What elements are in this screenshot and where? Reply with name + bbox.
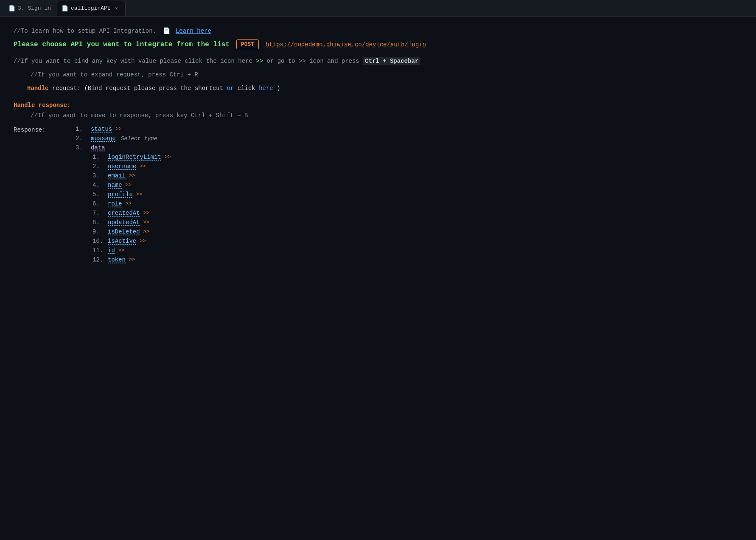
bind-hint-or: or go to >> icon and press	[267, 58, 363, 65]
chevron-token[interactable]: >>	[129, 257, 135, 263]
item-name-profile[interactable]: profile	[108, 191, 133, 198]
api-url[interactable]: https://nodedemo.dhiwise.co/device/auth/…	[266, 41, 426, 48]
item-name-isDeleted[interactable]: isDeleted	[108, 228, 140, 235]
chevron-loginRetryLimit[interactable]: >>	[165, 154, 171, 160]
expand-hint: //If you want to expand request, press C…	[31, 71, 742, 78]
response-item-data: 3. data	[76, 144, 742, 151]
tab-close-button[interactable]: ✕	[113, 5, 120, 12]
bind-hint-key: Ctrl + Spacebar	[363, 57, 420, 65]
item-name-createdAt[interactable]: createdAt	[108, 210, 140, 217]
click-here-link[interactable]: here	[259, 85, 273, 92]
learn-here-link[interactable]: Learn here	[176, 28, 211, 34]
item-number-2: 2.	[76, 135, 87, 142]
chevron-role[interactable]: >>	[126, 201, 132, 207]
bind-hint-text: //If you want to bind any key with value…	[14, 58, 256, 65]
chevron-isActive[interactable]: >>	[140, 238, 146, 244]
response-items-list: 1. status >> 2. message Select type 3. d…	[76, 126, 742, 266]
nested-number-2: 2.	[92, 163, 104, 170]
expand-hint-text: //If you want to expand request, press C…	[31, 71, 198, 78]
handle-click-text: click	[238, 85, 259, 92]
response-item-message: 2. message Select type	[76, 135, 742, 142]
select-type-hint[interactable]: Select type	[121, 135, 157, 142]
response-item-createdAt: 7. createdAt >>	[92, 210, 742, 217]
response-hint: //If you want to move to response, press…	[31, 112, 742, 119]
response-item-name: 4. name >>	[92, 182, 742, 188]
shortcut-or-link[interactable]: or	[227, 85, 234, 92]
handle-request-line: Handle request: (Bind request please pre…	[27, 85, 742, 92]
main-content: //To learn how to setup API Integration.…	[0, 17, 756, 279]
item-name-updatedAt[interactable]: updatedAt	[108, 219, 140, 226]
nested-items-data: 1. loginRetryLimit >> 2. username >> 3. …	[92, 154, 742, 263]
api-select-line: Please choose API you want to integrate …	[14, 39, 742, 49]
response-item-status: 1. status >>	[76, 126, 742, 132]
chevron-name[interactable]: >>	[126, 182, 132, 188]
handle-response-label-line: Handle response:	[14, 102, 742, 109]
chevron-username[interactable]: >>	[140, 163, 146, 169]
item-name-loginRetryLimit[interactable]: loginRetryLimit	[108, 154, 161, 160]
item-name-name[interactable]: name	[108, 182, 122, 188]
tab-file-icon: 📄	[8, 5, 15, 12]
post-badge[interactable]: POST	[236, 39, 259, 49]
setup-comment-text: //To learn how to setup API Integration.	[14, 28, 156, 34]
chevron-profile[interactable]: >>	[136, 191, 142, 197]
item-name-status[interactable]: status	[91, 126, 112, 132]
item-name-id[interactable]: id	[108, 247, 115, 254]
bind-hint-line: //If you want to bind any key with value…	[14, 58, 742, 65]
item-name-role[interactable]: role	[108, 200, 122, 207]
nested-number-4: 4.	[92, 182, 104, 188]
handle-response-section: Handle response: //If you want to move t…	[14, 102, 742, 266]
response-item-profile: 5. profile >>	[92, 191, 742, 198]
item-name-email[interactable]: email	[108, 172, 126, 179]
chevron-icon-status[interactable]: >>	[115, 126, 121, 132]
tab-call-login-api[interactable]: 📄 callLoginAPI ✕	[56, 1, 126, 16]
item-name-data[interactable]: data	[91, 144, 105, 151]
chevron-email[interactable]: >>	[129, 173, 135, 179]
item-name-token[interactable]: token	[108, 256, 126, 263]
nested-number-5: 5.	[92, 191, 104, 198]
handle-close-paren: )	[277, 85, 280, 92]
response-item-updatedAt: 8. updatedAt >>	[92, 219, 742, 226]
chevron-updatedAt[interactable]: >>	[143, 219, 149, 225]
item-number-3: 3.	[76, 144, 87, 151]
tab-call-login-api-label: callLoginAPI	[71, 5, 111, 11]
tab-sign-in[interactable]: 📄 3. Sign in	[3, 1, 56, 16]
response-item-id: 11. id >>	[92, 247, 742, 254]
nested-number-12: 12.	[92, 256, 104, 263]
nested-number-10: 10.	[92, 238, 104, 245]
handle-response-keyword: Handle response:	[14, 102, 70, 109]
response-section: Response: 1. status >> 2. message Select…	[14, 126, 742, 266]
nested-number-7: 7.	[92, 210, 104, 217]
item-name-message[interactable]: message	[91, 135, 116, 142]
nested-number-11: 11.	[92, 247, 104, 254]
response-item-role: 6. role >>	[92, 200, 742, 207]
response-item-isActive: 10. isActive >>	[92, 238, 742, 245]
response-label: Response:	[14, 126, 69, 133]
nested-number-3: 3.	[92, 172, 104, 179]
nested-number-9: 9.	[92, 228, 104, 235]
item-name-isActive[interactable]: isActive	[108, 238, 136, 245]
handle-request-text: request: (Bind request please press the …	[52, 85, 227, 92]
api-select-text: Please choose API you want to integrate …	[14, 41, 230, 48]
doc-icon: 📄	[163, 28, 170, 34]
chevron-id[interactable]: >>	[118, 248, 124, 253]
response-item-token: 12. token >>	[92, 256, 742, 263]
item-name-username[interactable]: username	[108, 163, 136, 170]
item-number-1: 1.	[76, 126, 87, 132]
nested-number-6: 6.	[92, 200, 104, 207]
tab-sign-in-label: 3. Sign in	[18, 5, 51, 11]
response-item-isDeleted: 9. isDeleted >>	[92, 228, 742, 235]
setup-comment-line: //To learn how to setup API Integration.…	[14, 27, 742, 34]
response-item-email: 3. email >>	[92, 172, 742, 179]
bind-hint-arrow: >>	[256, 58, 263, 65]
nested-number-1: 1.	[92, 154, 104, 160]
response-item-username: 2. username >>	[92, 163, 742, 170]
tab-bar: 📄 3. Sign in 📄 callLoginAPI ✕	[0, 0, 756, 17]
handle-keyword: Handle	[27, 85, 48, 92]
nested-number-8: 8.	[92, 219, 104, 226]
response-hint-text: //If you want to move to response, press…	[31, 112, 248, 119]
tab-file-icon-active: 📄	[62, 5, 68, 12]
chevron-createdAt[interactable]: >>	[143, 210, 149, 216]
response-item-loginRetryLimit: 1. loginRetryLimit >>	[92, 154, 742, 160]
chevron-isDeleted[interactable]: >>	[143, 229, 149, 235]
